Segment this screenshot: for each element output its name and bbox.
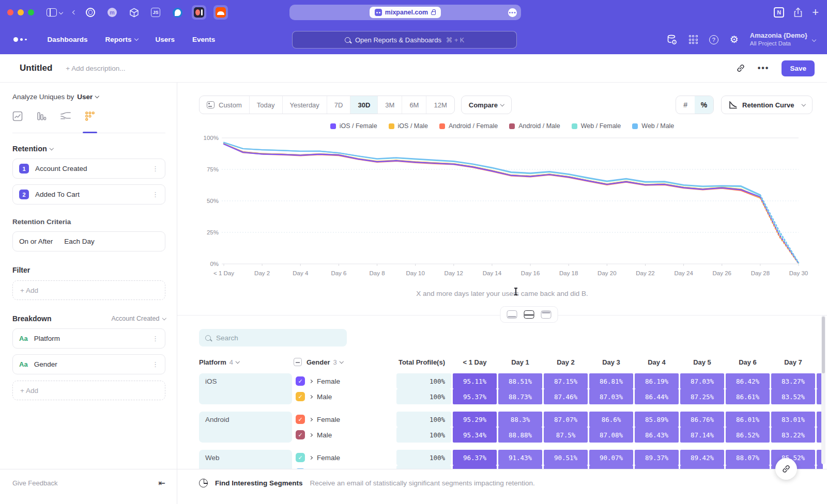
gender-checkbox[interactable] (296, 376, 305, 386)
gender-checkbox[interactable] (296, 392, 305, 401)
chart-view-dropdown[interactable]: Retention Curve (721, 96, 813, 114)
apps-grid-icon[interactable] (689, 35, 698, 44)
day-column-header[interactable]: Day 6 (726, 358, 770, 366)
analyze-value-dropdown[interactable]: User (77, 93, 99, 101)
red-app-tab[interactable] (192, 5, 206, 20)
project-selector[interactable]: Amazonia {Demo} All Project Data (750, 32, 816, 48)
tab-funnels[interactable] (36, 111, 47, 127)
kebab-menu-icon[interactable] (152, 360, 159, 368)
target-tab[interactable] (83, 5, 98, 20)
close-window-button[interactable] (7, 9, 13, 15)
total-profiles-header[interactable]: Total Profile(s) (396, 358, 451, 366)
range-today[interactable]: Today (250, 96, 283, 114)
settings-gear-icon[interactable]: ⚙ (730, 35, 739, 44)
legend-item[interactable]: Web / Female (572, 122, 621, 130)
kebab-menu-icon[interactable] (152, 335, 159, 342)
tab-flows[interactable] (60, 111, 71, 127)
breakdown-scope-dropdown[interactable]: Account Created (111, 315, 165, 322)
legend-item[interactable]: iOS / Male (389, 122, 428, 130)
expand-chevron-icon[interactable] (309, 395, 313, 398)
nav-item-dashboards[interactable]: Dashboards (48, 36, 88, 43)
range-6m[interactable]: 6M (402, 96, 426, 114)
table-search[interactable]: Search (199, 329, 347, 346)
add-description[interactable]: + Add description... (66, 65, 125, 72)
breakdown-add-button[interactable]: + Add (12, 381, 165, 400)
retention-section-header[interactable]: Retention (12, 145, 165, 153)
kebab-menu-icon[interactable] (152, 165, 159, 172)
gender-checkbox[interactable] (296, 430, 305, 439)
retention-step-2[interactable]: 2Added To Cart (12, 184, 165, 204)
criteria-interval[interactable]: Each Day (64, 238, 95, 245)
global-search[interactable]: Open Reports & Dashboards ⌘ + K (292, 31, 517, 49)
retention-step-1[interactable]: 1Account Created (12, 159, 165, 179)
tab-retention[interactable] (85, 111, 95, 127)
range-7d[interactable]: 7D (327, 96, 351, 114)
platform-column-header[interactable]: Platform 4 (199, 358, 292, 366)
zoom-window-button[interactable] (28, 9, 34, 15)
legend-item[interactable]: Android / Female (439, 122, 498, 130)
range-3m[interactable]: 3M (378, 96, 402, 114)
share-link-floating-button[interactable] (775, 458, 797, 480)
breakdown-item-platform[interactable]: AaPlatform (12, 328, 165, 349)
nav-item-events[interactable]: Events (192, 36, 215, 43)
unit-percent[interactable]: % (695, 96, 713, 114)
range-custom[interactable]: Custom (200, 96, 250, 114)
expand-chevron-icon[interactable] (309, 379, 313, 383)
nav-item-reports[interactable]: Reports (105, 36, 138, 43)
day-column-header[interactable]: Day 3 (589, 358, 633, 366)
retention-chart[interactable]: 100%75%50%25%0%< 1 DayDay 2Day 4Day 6Day… (199, 133, 813, 286)
filter-add-button[interactable]: + Add (12, 280, 165, 300)
give-feedback-link[interactable]: Give Feedback (12, 479, 57, 487)
copy-link-icon[interactable] (736, 64, 745, 73)
gender-column-header[interactable]: Gender 3 (294, 358, 395, 366)
platform-cell[interactable]: iOS (199, 373, 292, 404)
legend-item[interactable]: Android / Male (509, 122, 560, 130)
new-tab-icon[interactable]: + (812, 7, 819, 18)
day-column-header[interactable]: < 1 Day (453, 358, 497, 366)
more-options-icon[interactable]: ••• (758, 64, 770, 73)
js-tab[interactable]: JS (148, 5, 163, 20)
kebab-menu-icon[interactable] (152, 191, 159, 198)
share-icon[interactable] (793, 7, 803, 18)
day-column-header[interactable]: Day 4 (635, 358, 679, 366)
range-yesterday[interactable]: Yesterday (283, 96, 327, 114)
back-icon[interactable] (72, 10, 76, 14)
save-button[interactable]: Save (782, 60, 815, 76)
cube-tab[interactable] (127, 5, 141, 20)
expand-chevron-icon[interactable] (309, 455, 313, 459)
minimize-window-button[interactable] (18, 9, 24, 15)
gender-checkbox[interactable] (296, 415, 305, 424)
expand-chevron-icon[interactable] (309, 417, 313, 421)
range-12m[interactable]: 12M (426, 96, 454, 114)
day-column-header[interactable]: Day 2 (544, 358, 588, 366)
notion-extension-icon[interactable]: N (774, 7, 784, 18)
gender-select-all-checkbox[interactable] (294, 358, 302, 366)
m-avatar-tab[interactable]: m (105, 5, 119, 20)
browser-sidebar-toggle-icon[interactable] (47, 8, 57, 17)
day-column-header[interactable]: Day 7 (771, 358, 815, 366)
tab-insights[interactable] (12, 111, 23, 127)
footer-title[interactable]: Find Interesting Segments (215, 479, 303, 487)
compare-button[interactable]: Compare (461, 96, 512, 114)
data-management-icon[interactable] (666, 34, 678, 45)
legend-item[interactable]: iOS / Female (330, 122, 377, 130)
platform-cell[interactable]: Web (199, 450, 292, 469)
platform-cell[interactable]: Android (199, 412, 292, 443)
gender-checkbox[interactable] (296, 453, 305, 462)
expand-chevron-icon[interactable] (309, 433, 313, 436)
mixpanel-logo[interactable] (13, 37, 27, 42)
vertical-scrollbar[interactable] (821, 316, 825, 464)
soundcloud-tab[interactable] (213, 5, 228, 20)
legend-item[interactable]: Web / Male (632, 122, 674, 130)
report-title[interactable]: Untitled (20, 63, 52, 73)
site-settings-icon[interactable]: ••• (508, 8, 517, 17)
blue-bird-tab[interactable] (170, 5, 185, 20)
breakdown-item-gender[interactable]: AaGender (12, 354, 165, 374)
address-bar[interactable]: mixpanel.com ••• (289, 5, 521, 20)
nav-item-users[interactable]: Users (156, 36, 175, 43)
unit-count[interactable]: # (676, 96, 695, 114)
collapse-sidebar-icon[interactable]: ⇤ (159, 478, 165, 488)
help-icon[interactable]: ? (709, 35, 718, 44)
criteria-mode[interactable]: On or After (19, 238, 53, 245)
day-column-header[interactable]: Day 1 (498, 358, 542, 366)
